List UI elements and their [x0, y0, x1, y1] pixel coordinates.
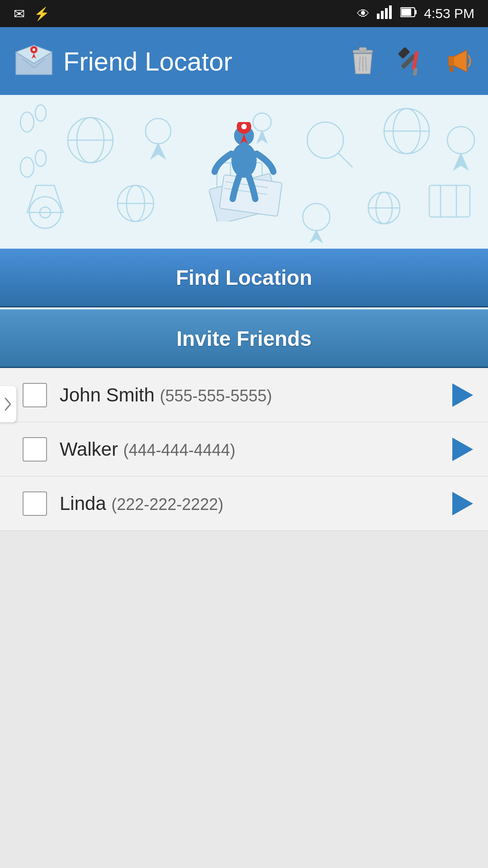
svg-point-31 — [145, 118, 171, 144]
friend-arrow-3[interactable] — [451, 492, 474, 515]
invite-friends-button[interactable]: Invite Friends — [0, 309, 488, 368]
svg-rect-51 — [429, 185, 470, 217]
find-location-button[interactable]: Find Location — [0, 249, 488, 307]
footer-area — [0, 531, 488, 868]
friend-name-1: John Smith (555-555-5555) — [60, 384, 451, 406]
friend-arrow-1[interactable] — [451, 383, 474, 407]
status-time: 4:53 PM — [424, 6, 474, 21]
usb-icon: ⚡ — [34, 6, 50, 21]
friend-phone-2: (444-444-4444) — [123, 441, 235, 459]
email-icon: ✉ — [14, 6, 25, 22]
svg-line-37 — [338, 153, 352, 167]
svg-rect-19 — [398, 47, 410, 59]
svg-point-26 — [20, 157, 34, 177]
hero-image — [199, 127, 289, 217]
side-chevron[interactable] — [0, 386, 16, 422]
buttons-section: Find Location Invite Friends — [0, 249, 488, 368]
friend-checkbox-3[interactable] — [23, 491, 47, 516]
svg-point-41 — [447, 127, 474, 154]
friend-item[interactable]: Linda (222-222-2222) — [0, 476, 488, 531]
friend-checkbox-2[interactable] — [23, 437, 47, 462]
app-title: Friend Locator — [63, 46, 338, 76]
friend-phone-1: (555-555-5555) — [160, 387, 272, 405]
svg-point-27 — [35, 150, 46, 166]
trash-button[interactable] — [347, 45, 379, 77]
friend-arrow-2[interactable] — [451, 438, 474, 461]
friend-list: John Smith (555-555-5555) Walker (444-44… — [0, 368, 488, 531]
svg-rect-20 — [412, 51, 418, 70]
megaphone-button[interactable] — [443, 45, 474, 77]
friend-item[interactable]: John Smith (555-555-5555) — [0, 368, 488, 422]
svg-point-25 — [35, 105, 46, 121]
status-bar-right: 👁 4:53 PM — [357, 5, 474, 22]
status-bar: ✉ ⚡ 👁 4:53 PM — [0, 0, 488, 27]
friend-name-2: Walker (444-444-4444) — [60, 439, 451, 460]
svg-point-61 — [241, 124, 247, 129]
svg-point-12 — [33, 48, 35, 51]
svg-rect-14 — [359, 47, 366, 51]
eye-icon: 👁 — [357, 6, 370, 21]
svg-point-24 — [20, 112, 34, 132]
svg-rect-0 — [377, 14, 380, 19]
svg-rect-2 — [385, 8, 388, 19]
svg-rect-3 — [389, 5, 392, 19]
svg-point-59 — [231, 143, 257, 178]
friend-phone-3: (222-222-2222) — [111, 495, 223, 514]
app-bar: Friend Locator — [0, 27, 488, 95]
svg-rect-5 — [415, 10, 417, 14]
friend-name-3: Linda (222-222-2222) — [60, 493, 451, 514]
svg-rect-22 — [449, 57, 454, 66]
signal-icon — [377, 5, 393, 22]
battery-icon — [400, 7, 417, 21]
friend-item[interactable]: Walker (444-444-4444) — [0, 422, 488, 476]
svg-rect-23 — [450, 66, 453, 72]
app-logo — [14, 41, 54, 81]
tools-button[interactable] — [395, 45, 427, 77]
svg-point-47 — [303, 203, 330, 231]
svg-rect-1 — [381, 11, 384, 19]
friend-checkbox-1[interactable] — [23, 383, 47, 407]
hero-area — [0, 95, 488, 249]
svg-rect-6 — [401, 9, 411, 16]
app-bar-actions — [347, 45, 474, 77]
status-bar-left: ✉ ⚡ — [14, 6, 50, 22]
